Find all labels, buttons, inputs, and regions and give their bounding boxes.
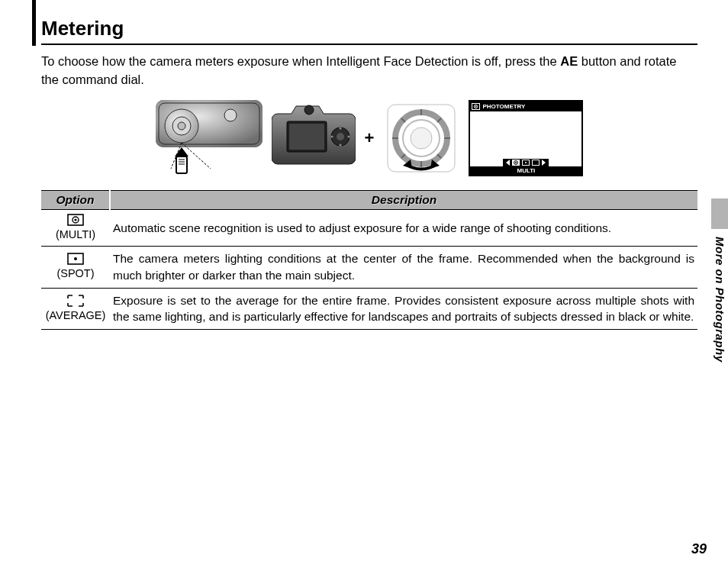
- option-cell-spot: (SPOT): [41, 247, 110, 288]
- page-number: 39: [691, 541, 707, 557]
- svg-point-37: [475, 105, 477, 107]
- ae-button-label: AE: [560, 54, 578, 68]
- option-label: (MULTI): [56, 228, 95, 240]
- command-dial-icon: [383, 100, 459, 176]
- left-arrow-icon: [506, 160, 510, 166]
- option-label: (SPOT): [56, 267, 94, 279]
- svg-point-17: [339, 144, 341, 146]
- screen-footer: MULTI: [470, 166, 581, 175]
- mode-average-icon: [532, 160, 540, 166]
- svg-rect-7: [176, 156, 187, 173]
- average-metering-icon: [67, 295, 84, 307]
- col-option-header: Option: [41, 190, 110, 209]
- col-description-header: Description: [110, 190, 697, 209]
- camera-back-icon: [272, 100, 356, 176]
- svg-point-16: [339, 127, 341, 129]
- screen-title-text: PHOTOMETRY: [482, 103, 525, 110]
- camera-button-icon: [156, 100, 263, 176]
- intro-paragraph: To choose how the camera meters exposure…: [41, 53, 697, 89]
- plus-symbol: +: [365, 128, 375, 148]
- right-thumb-tab: [711, 198, 728, 229]
- spot-metering-icon: [67, 253, 84, 265]
- screen-titlebar: PHOTOMETRY: [470, 102, 581, 111]
- left-margin-mark: [32, 0, 36, 46]
- option-description: Automatic scene recognition is used to a…: [110, 209, 697, 246]
- option-cell-multi: (MULTI): [41, 209, 110, 246]
- multi-metering-icon: [472, 103, 480, 110]
- page-title: Metering: [41, 17, 697, 45]
- svg-point-40: [74, 218, 76, 221]
- option-cell-average: (AVERAGE): [41, 288, 110, 329]
- options-table: Option Description (MULTI) Automatic sce…: [41, 190, 697, 330]
- svg-rect-13: [289, 124, 324, 150]
- table-row: (AVERAGE) Exposure is set to the average…: [41, 288, 697, 329]
- figures-row: +: [41, 100, 697, 176]
- svg-point-20: [304, 105, 314, 115]
- svg-marker-8: [175, 147, 188, 156]
- page-content: Metering To choose how the camera meters…: [41, 17, 697, 330]
- section-side-caption: More on Photography: [714, 237, 726, 363]
- svg-point-18: [330, 135, 333, 137]
- intro-text-pre: To choose how the camera meters exposure…: [41, 54, 560, 68]
- svg-point-6: [224, 109, 237, 121]
- svg-point-19: [347, 135, 350, 137]
- screen-mode-icons: [503, 159, 549, 166]
- table-row: (SPOT) The camera meters lighting condit…: [41, 247, 697, 288]
- mode-multi-icon: [512, 160, 520, 166]
- mode-spot-icon: [522, 160, 530, 166]
- svg-point-15: [337, 133, 344, 140]
- svg-point-42: [74, 257, 77, 260]
- right-arrow-icon: [542, 160, 546, 166]
- multi-metering-icon: [67, 214, 84, 226]
- option-description: Exposure is set to the average for the e…: [110, 288, 697, 329]
- option-description: The camera meters lighting conditions at…: [110, 247, 697, 288]
- option-label: (AVERAGE): [46, 309, 106, 321]
- svg-point-32: [411, 127, 432, 149]
- photometry-screen: PHOTOMETRY MULTI: [469, 100, 583, 176]
- svg-point-5: [178, 122, 185, 130]
- table-row: (MULTI) Automatic scene recognition is u…: [41, 209, 697, 246]
